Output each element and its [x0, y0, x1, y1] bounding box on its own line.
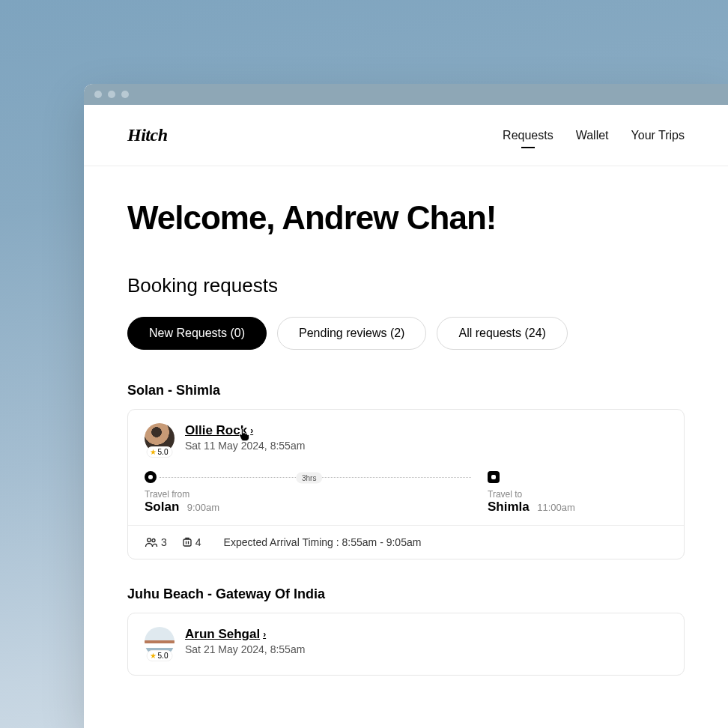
- requester-name: Ollie Rock: [185, 423, 247, 438]
- avatar-wrap: ★ 5.0: [145, 627, 175, 657]
- card-footer: 3 4 Expected Arrival Timing : 8:55am - 9…: [128, 525, 684, 559]
- requester-name: Arun Sehgal: [185, 627, 260, 642]
- section-title: Booking requests: [127, 274, 685, 297]
- destination-marker-icon: [488, 471, 500, 483]
- destination-stop: Travel to Shimla 11:00am: [488, 471, 667, 515]
- duration-chip: 3hrs: [296, 473, 322, 484]
- request-card[interactable]: ★ 5.0 Ollie Rock › Sat 11 May 2024, 8:55…: [127, 409, 685, 559]
- origin-city: Solan: [145, 500, 179, 515]
- origin-label: Travel from: [145, 489, 309, 500]
- route-row: Travel from Solan 9:00am 3hrs Travel to …: [145, 471, 667, 515]
- avatar-wrap: ★ 5.0: [145, 423, 175, 453]
- svg-point-0: [148, 539, 151, 542]
- passenger-count: 3: [145, 536, 167, 548]
- welcome-heading: Welcome, Andrew Chan!: [127, 199, 685, 237]
- main-nav: Requests Wallet Your Trips: [503, 129, 685, 142]
- requester-name-link[interactable]: Arun Sehgal ›: [185, 627, 266, 642]
- luggage-icon: [182, 537, 192, 547]
- nav-wallet[interactable]: Wallet: [576, 129, 609, 142]
- app-header: Hitch Requests Wallet Your Trips: [84, 105, 728, 166]
- eta-text: Expected Arrival Timing : 8:55am - 9:05a…: [224, 536, 422, 548]
- luggage-count-value: 4: [195, 536, 201, 548]
- window-dot-close[interactable]: [94, 91, 102, 98]
- destination-time: 11:00am: [537, 502, 575, 513]
- passenger-count-value: 3: [161, 536, 167, 548]
- rating-badge: ★ 5.0: [147, 650, 173, 661]
- rating-value: 5.0: [158, 652, 169, 660]
- origin-time: 9:00am: [187, 502, 219, 513]
- route-title: Juhu Beach - Gateway Of India: [127, 586, 685, 602]
- destination-city: Shimla: [488, 500, 530, 515]
- star-icon: ★: [150, 652, 157, 660]
- chip-new-requests[interactable]: New Requests (0): [127, 317, 267, 350]
- route-track: 3hrs: [160, 477, 471, 478]
- window-dot-minimize[interactable]: [108, 91, 115, 98]
- requester-name-link[interactable]: Ollie Rock ›: [185, 423, 253, 438]
- request-datetime: Sat 11 May 2024, 8:55am: [185, 440, 305, 452]
- luggage-count: 4: [182, 536, 201, 548]
- window-dot-zoom[interactable]: [121, 91, 129, 98]
- origin-marker-icon: [145, 471, 157, 483]
- route-title: Solan - Shimla: [127, 383, 685, 398]
- svg-point-1: [152, 539, 155, 542]
- browser-window: Hitch Requests Wallet Your Trips Welcome…: [84, 84, 728, 728]
- request-card[interactable]: ★ 5.0 Arun Sehgal › Sat 21 May 2024, 8:5…: [127, 613, 685, 676]
- chip-all-requests[interactable]: All requests (24): [437, 317, 568, 350]
- destination-label: Travel to: [488, 489, 667, 500]
- filter-chips: New Requests (0) Pending reviews (2) All…: [127, 317, 685, 350]
- chevron-right-icon: ›: [250, 425, 253, 436]
- brand-logo[interactable]: Hitch: [127, 125, 168, 145]
- nav-requests[interactable]: Requests: [503, 129, 553, 142]
- nav-trips[interactable]: Your Trips: [631, 129, 685, 142]
- page-content: Welcome, Andrew Chan! Booking requests N…: [84, 166, 728, 676]
- rating-value: 5.0: [158, 448, 169, 456]
- rating-badge: ★ 5.0: [147, 446, 173, 458]
- chip-pending-reviews[interactable]: Pending reviews (2): [277, 317, 426, 350]
- star-icon: ★: [150, 448, 157, 456]
- svg-rect-2: [183, 539, 191, 546]
- window-chrome: [84, 84, 728, 105]
- people-icon: [145, 537, 158, 547]
- chevron-right-icon: ›: [263, 629, 266, 640]
- request-datetime: Sat 21 May 2024, 8:55am: [185, 643, 305, 655]
